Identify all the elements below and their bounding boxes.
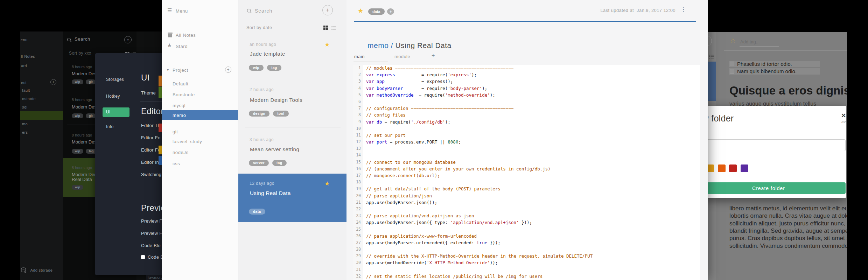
settings-row-label[interactable]: Switching	[141, 172, 161, 177]
editor-top-divider	[354, 21, 696, 22]
paragraph-line: blandit fringilla. Sed gravida, augue at…	[729, 227, 847, 234]
dark-new-note-button[interactable]: +	[124, 36, 132, 43]
line-number: 12	[353, 139, 363, 145]
settings-tab-info[interactable]: Info	[106, 124, 114, 129]
settings-row-label[interactable]: Code B	[141, 254, 163, 260]
note-card[interactable]: an hours ago★Jade templatewiptag	[238, 35, 347, 80]
sidebar-folder-nodeJs[interactable]: nodeJs	[162, 147, 238, 157]
more-options-icon[interactable]: ⋮	[681, 6, 686, 13]
breadcrumb-title: Using Real Data	[395, 41, 451, 49]
sort-selector[interactable]: Sort by date	[246, 25, 272, 30]
search-input[interactable]: Search	[255, 8, 272, 14]
tag-pill: wip	[249, 65, 264, 71]
breadcrumb-folder[interactable]: memo	[368, 41, 388, 49]
dark-all-notes[interactable]: ll Notes	[21, 54, 35, 58]
dark-starred[interactable]: ard	[21, 64, 27, 68]
checkbox[interactable]	[730, 62, 734, 66]
tab-main[interactable]: main	[354, 54, 365, 59]
sidebar-folder-mysql[interactable]: mysql	[162, 100, 238, 110]
add-tag-input[interactable]: Add tag...	[740, 39, 760, 44]
settings-row-label[interactable]: Code Blo	[141, 243, 161, 248]
folder-color-swatch[interactable]	[729, 164, 737, 172]
dark-add-folder-button[interactable]: +	[50, 79, 56, 85]
dark-menu-label[interactable]: enu	[21, 38, 28, 42]
dark-project-label[interactable]: ect	[21, 80, 27, 85]
sidebar-folder-laravel_study[interactable]: laravel_study	[162, 136, 238, 146]
note-card[interactable]: 12 days ago★Using Real Datadata	[238, 174, 347, 222]
new-note-button[interactable]	[708, 36, 712, 46]
code-line: 20// parse application/json	[353, 192, 700, 199]
grid-view-icon[interactable]	[323, 26, 328, 30]
right-divider	[724, 50, 847, 51]
folder-color-swatch[interactable]	[718, 164, 726, 172]
code-line: 11// set our port	[353, 132, 700, 139]
line-number: 25	[353, 226, 363, 233]
settings-row-label[interactable]: Theme	[141, 90, 156, 96]
sidebar-folder-git[interactable]: git	[162, 127, 238, 136]
sidebar-folder-memo[interactable]: memo	[162, 110, 238, 120]
dark-sidebar: enu ll Notes ard ect + faultostnotesqlmo…	[20, 31, 63, 280]
checkbox[interactable]	[141, 255, 145, 259]
code-line: 29// override with the X-HTTP-Method-Ove…	[353, 253, 700, 259]
sidebar-item-starred[interactable]: Stard	[176, 44, 188, 49]
settings-tab-storages[interactable]: Storages	[106, 77, 124, 82]
dark-search-input[interactable]: Search	[75, 36, 90, 42]
line-number: 26	[353, 233, 363, 239]
new-note-button[interactable]: +	[322, 5, 333, 15]
note-card[interactable]: 3 hours agoMean server settingservertag	[238, 127, 347, 174]
create-folder-button[interactable]: Create folder	[692, 182, 846, 194]
sidebar-folder-item[interactable]: ers	[20, 128, 63, 136]
star-outline-icon[interactable]: ☆	[730, 37, 736, 44]
code-editor[interactable]: 1// modules ============================…	[353, 65, 700, 280]
sidebar-folder-item[interactable]	[20, 111, 63, 120]
sidebar-folder-Boostnote[interactable]: Boostnote	[162, 90, 238, 99]
chevron-down-icon[interactable]: ▾	[167, 68, 169, 72]
color-chip	[159, 146, 162, 154]
sidebar-folder-item[interactable]: sql	[20, 103, 63, 111]
settings-row-label[interactable]: Preview F	[141, 218, 162, 224]
menu-icon[interactable]: ☰	[167, 7, 172, 14]
folder-color-swatch[interactable]	[741, 164, 748, 172]
add-tab-button[interactable]: +	[432, 52, 435, 59]
folder-label: css	[173, 161, 180, 166]
menu-label[interactable]: Menu	[176, 8, 188, 14]
note-tags: wiptag	[249, 64, 285, 71]
sidebar-item-all-notes[interactable]: All Notes	[176, 33, 196, 38]
note-tags: wipgit	[72, 112, 98, 118]
folder-name-input[interactable]	[692, 139, 846, 151]
settings-tab-hotkey[interactable]: Hotkey	[106, 94, 120, 99]
dark-sort-label[interactable]: Sort by xxx	[69, 51, 91, 56]
sidebar-folder-item[interactable]: ostnote	[20, 94, 63, 103]
settings-row-label[interactable]: Editor Fo	[141, 135, 160, 140]
selected-note-sliver[interactable]	[708, 62, 716, 101]
tab-module[interactable]: module	[394, 54, 410, 59]
line-number: 3	[353, 78, 363, 85]
list-view-icon[interactable]	[709, 55, 714, 59]
settings-row-label[interactable]: Preview F	[141, 231, 162, 236]
note-heading: Quisque a eros dignissim	[729, 84, 847, 97]
note-card[interactable]: 2 hours agoModern Design Toolsdesigntool	[238, 80, 347, 127]
dark-add-storage[interactable]: Add storage	[21, 267, 52, 273]
settings-tab-ui[interactable]: UI	[106, 110, 111, 114]
note-time: an hours ago	[250, 42, 276, 47]
sidebar-folder-item[interactable]: mo	[20, 120, 63, 128]
last-updated-label: Last updated at Jan.9, 2017 12:00	[600, 8, 676, 13]
list-view-icon[interactable]	[331, 26, 336, 30]
sidebar-folder-item[interactable]: fault	[20, 86, 63, 94]
folder-label: git	[173, 129, 178, 134]
close-icon[interactable]: ✕	[841, 112, 846, 119]
line-number: 23	[353, 212, 363, 219]
code-line: 25	[353, 226, 700, 233]
add-tag-button[interactable]: +	[387, 8, 394, 15]
paragraph-line: lobortis ornare nulla. Cras vitae augue …	[729, 212, 847, 219]
settings-row-label[interactable]: Editor Fo	[141, 147, 160, 153]
code-line: 5var methodOverride = require('method-ov…	[353, 92, 700, 98]
sidebar-folder-Default[interactable]: Default	[162, 79, 238, 88]
add-folder-button[interactable]: +	[225, 66, 231, 73]
note-tag-pill[interactable]: data	[368, 8, 385, 15]
settings-row-label[interactable]: Editor Th	[141, 123, 160, 128]
star-icon[interactable]: ★	[358, 7, 363, 15]
sidebar-folder-css[interactable]: css	[162, 159, 238, 168]
checkbox[interactable]	[730, 69, 734, 74]
project-section-label[interactable]: Project	[173, 68, 188, 73]
